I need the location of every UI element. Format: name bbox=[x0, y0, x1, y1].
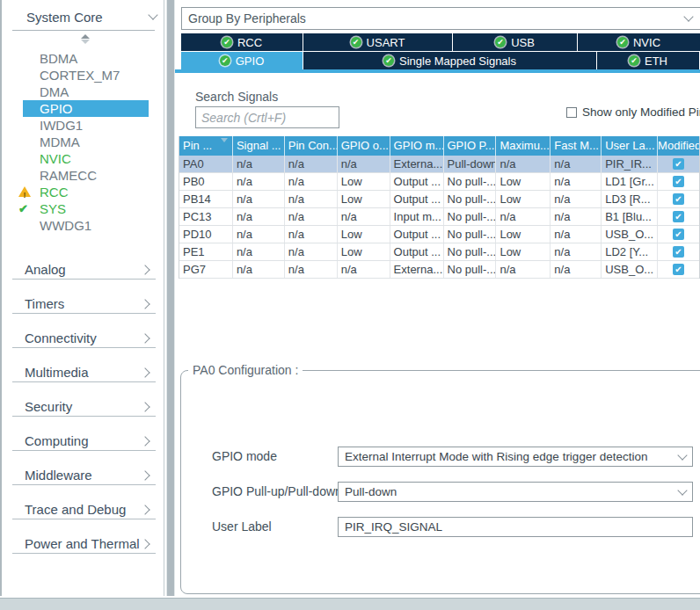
column-header-maximum-speed[interactable]: Maximu... bbox=[496, 136, 551, 156]
sidebar-item-rcc[interactable]: ! RCC bbox=[23, 184, 149, 200]
column-header-pin[interactable]: Pin ... bbox=[179, 136, 233, 156]
sidebar-category-security[interactable]: Security bbox=[12, 397, 156, 417]
modified-checkbox[interactable]: ✔ bbox=[673, 211, 684, 222]
pa0-configuration-panel: PA0 Configuration : GPIO mode External I… bbox=[180, 363, 700, 594]
warning-icon: ! bbox=[18, 185, 33, 199]
sidebar-category-connectivity[interactable]: Connectivity bbox=[12, 329, 156, 348]
peripheral-tabs: ✔ RCC ✔ USART ✔ USB ✔ NVIC ✔ GPIO ✔ bbox=[181, 33, 700, 70]
search-signals-label: Search Signals bbox=[195, 90, 278, 104]
sidebar-item-sys[interactable]: ✔SYS bbox=[23, 200, 149, 217]
gpio-mode-select[interactable]: External Interrupt Mode with Rising edge… bbox=[338, 447, 693, 467]
modified-checkbox[interactable]: ✔ bbox=[673, 264, 684, 275]
check-badge-icon: ✔ bbox=[495, 37, 506, 47]
chevron-down-icon bbox=[677, 485, 687, 495]
sidebar-category-trace-and-debug[interactable]: Trace and Debug bbox=[12, 500, 156, 519]
column-header-gpio-pull[interactable]: GPIO P... bbox=[444, 136, 497, 156]
system-core-label: System Core bbox=[26, 10, 103, 25]
check-badge-icon: ✔ bbox=[222, 37, 232, 47]
table-row-pe1[interactable]: PE1 n/a n/a Low Output ... No pull-... L… bbox=[179, 243, 699, 261]
sidebar-item-bdma[interactable]: BDMA bbox=[23, 50, 149, 67]
modified-checkbox[interactable]: ✔ bbox=[673, 229, 684, 240]
rcc-label: RCC bbox=[40, 185, 69, 200]
sidebar-category-analog[interactable]: Analog bbox=[12, 260, 156, 280]
peripherals-sidebar: System Core BDMA CORTEX_M7 DMA GPIO IWDG… bbox=[0, 0, 164, 596]
gpio-pull-select[interactable]: Pull-down bbox=[338, 482, 693, 502]
modified-checkbox[interactable]: ✔ bbox=[673, 193, 684, 205]
table-row-pb14[interactable]: PB14 n/a n/a Low Output ... No pull-... … bbox=[179, 191, 699, 208]
table-row-pg7[interactable]: PG7 n/a n/a n/a Externa... No pull-... n… bbox=[179, 261, 699, 279]
modified-checkbox[interactable]: ✔ bbox=[673, 246, 684, 258]
sidebar-category-middleware[interactable]: Middleware bbox=[12, 466, 156, 485]
column-header-signal[interactable]: Signal ... bbox=[233, 136, 285, 156]
group-by-value: Group By Peripherals bbox=[188, 11, 306, 25]
table-row-pd10[interactable]: PD10 n/a n/a Low Output ... No pull-... … bbox=[179, 226, 699, 243]
pinout-configuration-screen: System Core BDMA CORTEX_M7 DMA GPIO IWDG… bbox=[0, 0, 700, 610]
category-list: Analog Timers Connectivity Multimedia Se… bbox=[12, 260, 156, 569]
table-row-pc13[interactable]: PC13 n/a n/a n/a Input m... No pull-... … bbox=[179, 208, 699, 226]
pins-table: Pin ... Signal ... Pin Con... GPIO o... … bbox=[179, 136, 700, 279]
column-header-user-label[interactable]: User La... bbox=[602, 136, 658, 156]
modified-checkbox[interactable]: ✔ bbox=[673, 176, 684, 187]
check-badge-icon: ✔ bbox=[629, 55, 639, 66]
sidebar-item-dma[interactable]: DMA bbox=[23, 84, 149, 100]
sidebar-item-mdma[interactable]: MDMA bbox=[23, 134, 149, 150]
tab-single-mapped-signals[interactable]: ✔ Single Mapped Signals bbox=[303, 52, 596, 69]
check-badge-icon: ✔ bbox=[220, 55, 230, 66]
sidebar-item-nvic[interactable]: NVIC bbox=[23, 150, 149, 167]
sidebar-item-wwdg1[interactable]: WWDG1 bbox=[23, 217, 149, 234]
chevron-right-icon bbox=[140, 367, 149, 377]
sort-icon bbox=[214, 140, 228, 156]
user-label-input[interactable]: PIR_IRQ_SIGNAL bbox=[338, 517, 693, 537]
chevron-down-icon bbox=[148, 10, 157, 19]
group-by-select[interactable]: Group By Peripherals bbox=[181, 7, 700, 30]
tab-row-2: ✔ GPIO ✔ Single Mapped Signals ✔ ETH bbox=[181, 52, 700, 69]
sidebar-item-gpio[interactable]: GPIO bbox=[23, 100, 149, 117]
sys-label: SYS bbox=[40, 201, 66, 216]
tab-usart[interactable]: ✔ USART bbox=[303, 33, 452, 51]
table-row-pb0[interactable]: PB0 n/a n/a Low Output ... No pull-... L… bbox=[179, 173, 699, 191]
sidebar-item-ramecc[interactable]: RAMECC bbox=[23, 167, 149, 184]
column-header-gpio-mode[interactable]: GPIO m... bbox=[390, 136, 444, 156]
pins-table-header: Pin ... Signal ... Pin Con... GPIO o... … bbox=[179, 136, 699, 156]
tab-eth[interactable]: ✔ ETH bbox=[597, 52, 699, 69]
show-only-modified-label: Show only Modified Pins bbox=[582, 105, 700, 119]
column-header-gpio-output[interactable]: GPIO o... bbox=[338, 136, 390, 156]
sidebar-category-multimedia[interactable]: Multimedia bbox=[12, 363, 156, 382]
sidebar-category-computing[interactable]: Computing bbox=[12, 432, 156, 451]
show-only-modified-checkbox[interactable] bbox=[566, 107, 577, 118]
check-badge-icon: ✔ bbox=[383, 55, 394, 66]
tab-gpio[interactable]: ✔ GPIO bbox=[181, 52, 303, 69]
sidebar-section-system-core[interactable]: System Core bbox=[26, 7, 157, 26]
tab-rcc[interactable]: ✔ RCC bbox=[181, 33, 303, 51]
user-label-label: User Label bbox=[212, 519, 272, 534]
panel-splitter[interactable] bbox=[166, 0, 175, 596]
list-scroll-icon[interactable] bbox=[79, 33, 91, 47]
chevron-right-icon bbox=[140, 505, 149, 514]
chevron-right-icon bbox=[140, 299, 149, 309]
table-row-pa0[interactable]: PA0 n/a n/a n/a Externa... Pull-down n/a… bbox=[179, 156, 699, 173]
sidebar-item-cortex-m7[interactable]: CORTEX_M7 bbox=[23, 67, 149, 84]
chevron-right-icon bbox=[140, 436, 149, 446]
sidebar-item-iwdg1[interactable]: IWDG1 bbox=[23, 117, 149, 134]
pa0-configuration-legend: PA0 Configuration : bbox=[188, 363, 303, 377]
column-header-fast-mode[interactable]: Fast M... bbox=[551, 136, 602, 156]
tab-nvic[interactable]: ✔ NVIC bbox=[578, 33, 700, 51]
check-icon: ✔ bbox=[18, 202, 33, 215]
scroll-down-icon bbox=[81, 40, 90, 44]
peripheral-list: BDMA CORTEX_M7 DMA GPIO IWDG1 MDMA NVIC … bbox=[23, 50, 149, 234]
gpio-mode-label: GPIO mode bbox=[212, 449, 277, 463]
gpio-pull-label: GPIO Pull-up/Pull-down bbox=[212, 484, 342, 498]
show-only-modified-pins-toggle[interactable]: Show only Modified Pins bbox=[566, 105, 700, 119]
sidebar-category-power-and-thermal[interactable]: Power and Thermal bbox=[12, 534, 156, 554]
column-header-modified[interactable]: Modified bbox=[658, 136, 699, 156]
search-input[interactable] bbox=[195, 106, 339, 128]
sidebar-category-timers[interactable]: Timers bbox=[12, 294, 156, 314]
modified-checkbox[interactable]: ✔ bbox=[673, 158, 684, 170]
window-bottom-band bbox=[0, 598, 700, 610]
tab-usb[interactable]: ✔ USB bbox=[453, 33, 577, 51]
chevron-right-icon bbox=[140, 539, 149, 548]
chevron-down-icon bbox=[683, 11, 693, 21]
check-badge-icon: ✔ bbox=[617, 37, 628, 47]
chevron-right-icon bbox=[140, 402, 149, 411]
column-header-pin-context[interactable]: Pin Con... bbox=[285, 136, 338, 156]
